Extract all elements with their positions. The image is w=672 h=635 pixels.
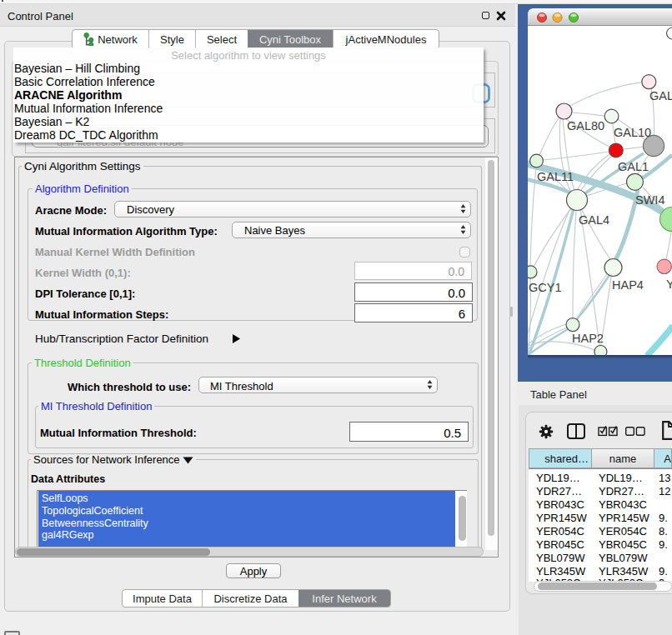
svg-text:GAL10: GAL10 [614, 126, 651, 139]
svg-text:GCY1: GCY1 [529, 281, 562, 294]
svg-text:GAL80: GAL80 [567, 119, 604, 132]
svg-text:GAL: GAL [649, 89, 672, 102]
svg-text:GAL4: GAL4 [579, 213, 609, 227]
svg-text:Y: Y [666, 278, 672, 291]
svg-text:SWI4: SWI4 [635, 193, 664, 207]
svg-text:GAL11: GAL11 [537, 170, 574, 183]
svg-text:HAP2: HAP2 [572, 332, 604, 345]
svg-text:GAL1: GAL1 [618, 160, 649, 173]
svg-text:HAP4: HAP4 [612, 278, 644, 292]
